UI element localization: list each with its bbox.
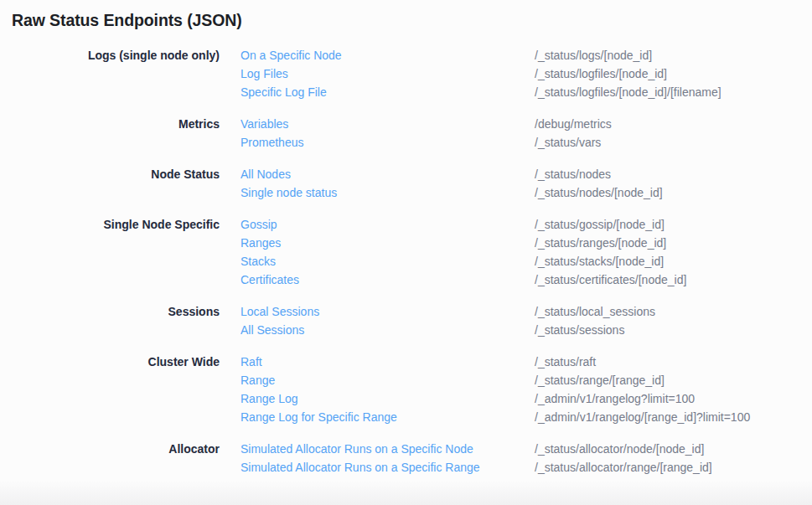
- endpoint-path: /_status/certificates/[node_id]: [535, 271, 812, 289]
- endpoint-link[interactable]: Range Log: [240, 389, 298, 408]
- endpoint-link[interactable]: Log Files: [240, 64, 288, 83]
- group-label: Single Node Specific: [12, 215, 220, 289]
- endpoint-path: /_status/nodes: [535, 165, 812, 183]
- endpoint-link[interactable]: Range: [240, 371, 275, 389]
- endpoint-path: /_status/range/[range_id]: [535, 371, 812, 389]
- endpoint-link[interactable]: All Sessions: [240, 321, 304, 339]
- endpoint-link[interactable]: Stacks: [240, 252, 276, 271]
- endpoint-link[interactable]: On a Specific Node: [240, 46, 342, 64]
- endpoint-path: /_status/nodes/[node_id]: [535, 183, 812, 202]
- endpoint-group: Logs (single node only)On a Specific Nod…: [12, 46, 812, 101]
- endpoint-group: Cluster WideRaftRangeRange LogRange Log …: [12, 353, 812, 426]
- endpoint-path: /_status/allocator/node/[node_id]: [535, 440, 812, 458]
- group-links-column: VariablesPrometheus: [220, 115, 535, 152]
- endpoint-path: /debug/metrics: [535, 115, 812, 133]
- group-links-column: Local SessionsAll Sessions: [220, 302, 535, 339]
- group-links-column: GossipRangesStacksCertificates: [220, 215, 535, 289]
- endpoint-link[interactable]: Certificates: [240, 271, 299, 289]
- endpoint-path: /_admin/v1/rangelog/[range_id]?limit=100: [535, 408, 812, 426]
- endpoint-path: /_admin/v1/rangelog?limit=100: [535, 389, 812, 408]
- endpoint-path: /_status/logs/[node_id]: [535, 46, 812, 64]
- endpoint-link[interactable]: Variables: [240, 115, 288, 133]
- endpoint-path: /_status/ranges/[node_id]: [535, 234, 812, 252]
- endpoint-path: /_status/vars: [535, 133, 812, 152]
- endpoint-path: /_status/stacks/[node_id]: [535, 252, 812, 271]
- endpoint-link[interactable]: Simulated Allocator Runs on a Specific R…: [240, 458, 480, 477]
- endpoint-link[interactable]: Simulated Allocator Runs on a Specific N…: [240, 440, 473, 458]
- endpoint-link[interactable]: Single node status: [240, 183, 337, 202]
- group-paths-column: /_status/nodes/_status/nodes/[node_id]: [535, 165, 812, 202]
- endpoint-path: /_status/logfiles/[node_id]/[filename]: [535, 83, 812, 101]
- group-paths-column: /_status/local_sessions/_status/sessions: [535, 302, 812, 339]
- group-label: Node Status: [12, 165, 220, 202]
- endpoints-table: Logs (single node only)On a Specific Nod…: [12, 46, 812, 477]
- endpoint-path: /_status/gossip/[node_id]: [535, 215, 812, 234]
- endpoint-link[interactable]: Range Log for Specific Range: [240, 408, 397, 426]
- page-title: Raw Status Endpoints (JSON): [12, 10, 812, 30]
- group-links-column: Simulated Allocator Runs on a Specific N…: [220, 440, 535, 477]
- endpoint-path: /_status/logfiles/[node_id]: [535, 64, 812, 83]
- endpoint-group: Single Node SpecificGossipRangesStacksCe…: [12, 215, 812, 289]
- group-links-column: All NodesSingle node status: [220, 165, 535, 202]
- group-paths-column: /_status/gossip/[node_id]/_status/ranges…: [535, 215, 812, 289]
- endpoint-path: /_status/sessions: [535, 321, 812, 339]
- group-label: Sessions: [12, 302, 220, 339]
- endpoint-link[interactable]: Gossip: [240, 215, 277, 234]
- group-label: Logs (single node only): [12, 46, 220, 101]
- endpoint-link[interactable]: All Nodes: [240, 165, 291, 183]
- endpoint-path: /_status/allocator/range/[range_id]: [535, 458, 812, 477]
- group-paths-column: /_status/allocator/node/[node_id]/_statu…: [535, 440, 812, 477]
- raw-status-endpoints-page: Raw Status Endpoints (JSON) Logs (single…: [0, 0, 812, 477]
- endpoint-group: AllocatorSimulated Allocator Runs on a S…: [12, 440, 812, 477]
- group-links-column: RaftRangeRange LogRange Log for Specific…: [220, 353, 535, 426]
- endpoint-path: /_status/raft: [535, 353, 812, 371]
- endpoint-group: SessionsLocal SessionsAll Sessions/_stat…: [12, 302, 812, 339]
- group-label: Allocator: [12, 440, 220, 477]
- endpoint-link[interactable]: Raft: [240, 353, 262, 371]
- endpoint-link[interactable]: Prometheus: [240, 133, 303, 152]
- group-label: Cluster Wide: [12, 353, 220, 426]
- endpoint-group: MetricsVariablesPrometheus/debug/metrics…: [12, 115, 812, 152]
- group-links-column: On a Specific NodeLog FilesSpecific Log …: [220, 46, 535, 101]
- endpoint-path: /_status/local_sessions: [535, 302, 812, 321]
- endpoint-link[interactable]: Ranges: [240, 234, 281, 252]
- endpoint-link[interactable]: Specific Log File: [240, 83, 327, 101]
- group-paths-column: /debug/metrics/_status/vars: [535, 115, 812, 152]
- group-paths-column: /_status/raft/_status/range/[range_id]/_…: [535, 353, 812, 426]
- endpoint-link[interactable]: Local Sessions: [240, 302, 319, 321]
- group-paths-column: /_status/logs/[node_id]/_status/logfiles…: [535, 46, 812, 101]
- endpoint-group: Node StatusAll NodesSingle node status/_…: [12, 165, 812, 202]
- group-label: Metrics: [12, 115, 220, 152]
- bottom-fade: [0, 480, 812, 505]
